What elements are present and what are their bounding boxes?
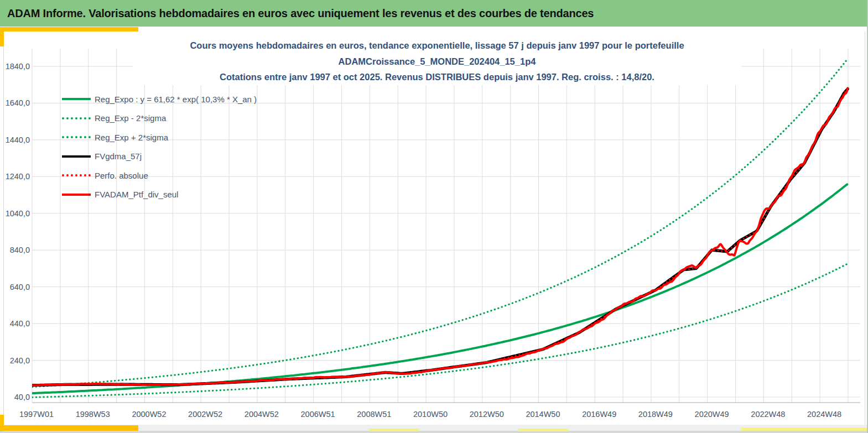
chart-title-line-3: Cotations entre janv 1997 et oct 2025. R… <box>133 69 741 85</box>
solid-line-swatch <box>62 194 91 196</box>
legend-label: Reg_Exp - 2*sigma <box>95 113 166 123</box>
adam-report-page: { "header": { "title": "ADAM Informe. Va… <box>0 0 868 433</box>
x-axis-label: 2012W50 <box>462 410 512 419</box>
y-axis-label: 1040,0 <box>1 209 30 218</box>
y-axis-label: 640,0 <box>1 283 30 291</box>
legend-item-3: FVgdma_57j <box>62 147 257 166</box>
accent-bottom-left-strip <box>0 415 4 431</box>
dotted-line-swatch <box>62 117 91 119</box>
x-axis-label: 1998W53 <box>68 410 118 419</box>
accent-bottom-mid-segment-1 <box>369 429 419 431</box>
solid-line-swatch <box>62 155 91 158</box>
y-axis-label: 840,0 <box>1 246 30 254</box>
legend-item-2: Reg_Exp + 2*sigma <box>62 128 257 147</box>
y-axis-label: 1240,0 <box>1 172 30 181</box>
report-title: ADAM Informe. Valorisations hebdomadaire… <box>0 7 594 20</box>
x-axis-label: 2016W49 <box>574 410 624 419</box>
x-axis-label: 2000W52 <box>124 410 174 419</box>
y-axis-label: 1640,0 <box>1 98 30 107</box>
dotted-line-swatch <box>62 136 91 138</box>
y-axis-label: 440,0 <box>1 319 30 328</box>
legend-label: FVADAM_Ptf_div_seul <box>95 190 178 199</box>
legend-item-4: Perfo. absolue <box>62 166 257 185</box>
accent-top-left-bar <box>2 27 138 32</box>
chart-title-line-1: Cours moyens hebdomadaires en euros, ten… <box>133 38 741 54</box>
legend-label: Perfo. absolue <box>95 171 148 180</box>
x-axis-label: 2020W49 <box>687 410 737 419</box>
y-axis-label: 240,0 <box>1 356 30 365</box>
x-axis-label: 2022W48 <box>743 410 793 419</box>
legend-label: Reg_Expo : y = 61,62 * exp( 10,3% * X_an… <box>95 95 257 104</box>
x-axis-label: 2010W50 <box>406 410 455 419</box>
legend-item-0: Reg_Expo : y = 61,62 * exp( 10,3% * X_an… <box>62 90 257 109</box>
y-axis-label: 1840,0 <box>1 62 30 71</box>
legend-label: FVgdma_57j <box>95 152 142 161</box>
dotted-line-swatch <box>62 174 91 176</box>
chart-legend: Reg_Expo : y = 61,62 * exp( 10,3% * X_an… <box>62 90 257 204</box>
solid-line-swatch <box>62 98 91 100</box>
chart-title: Cours moyens hebdomadaires en euros, ten… <box>133 38 741 85</box>
y-axis-label: 40,0 <box>1 393 30 401</box>
x-axis-label: 2024W48 <box>799 410 849 419</box>
accent-bottom-right-segment <box>741 427 868 431</box>
report-header: ADAM Informe. Valorisations hebdomadaire… <box>0 0 868 27</box>
x-axis-label: 2008W51 <box>349 410 399 419</box>
x-axis-label: 2014W50 <box>518 410 568 419</box>
x-axis-label: 2002W52 <box>180 410 230 419</box>
x-axis-label: 2018W49 <box>631 410 680 419</box>
accent-bottom-mid-segment-2 <box>518 429 568 431</box>
legend-item-1: Reg_Exp - 2*sigma <box>62 109 257 128</box>
x-axis-label: 1997W01 <box>12 410 61 419</box>
chart-title-line-2: ADAMCroissance_5_MONDE_202404_15_1p4 <box>133 54 741 70</box>
x-axis-label: 2006W51 <box>293 410 343 419</box>
legend-label: Reg_Exp + 2*sigma <box>95 133 168 142</box>
y-axis-label: 1440,0 <box>1 135 30 144</box>
legend-item-5: FVADAM_Ptf_div_seul <box>62 185 257 205</box>
accent-bottom-left-bar <box>0 425 138 431</box>
accent-top-left-strip <box>0 27 4 46</box>
x-axis-label: 2004W52 <box>237 410 287 419</box>
